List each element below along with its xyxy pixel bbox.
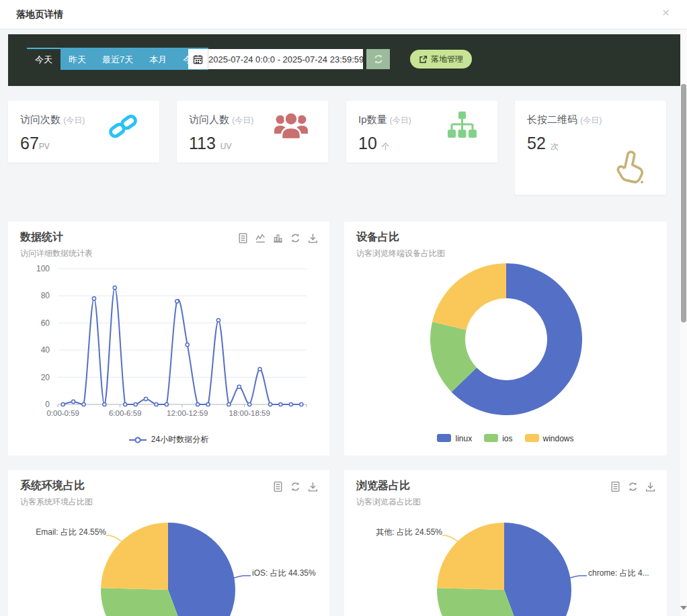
line-legend-marker: [129, 437, 147, 443]
panel-system-env-ratio: 系统环境占比 访客系统环境占比图 Email: 占比 24.55% iOS: 占…: [8, 470, 329, 616]
svg-text:80: 80: [41, 291, 50, 300]
date-range-input[interactable]: [208, 49, 363, 69]
stat-card-ip: Ip数量 (今日) 10 个: [346, 101, 497, 163]
tab-today[interactable]: 今天: [27, 48, 60, 70]
svg-text:40: 40: [41, 345, 50, 355]
link-icon: [106, 110, 140, 145]
date-range-picker: [188, 49, 390, 69]
close-icon[interactable]: ×: [662, 6, 670, 19]
data-view-icon[interactable]: [237, 232, 249, 244]
panel-subtitle: 访客浏览器占比图: [356, 496, 421, 508]
legend-item-linux[interactable]: linux: [437, 434, 472, 443]
svg-text:20: 20: [41, 373, 50, 382]
chart-toolbox: [610, 481, 656, 492]
stat-value: 67: [20, 134, 39, 152]
panel-title: 数据统计: [20, 230, 63, 245]
panel-data-statistics: 数据统计 访问详细数据统计表 020406: [8, 222, 329, 455]
stat-unit: 个: [382, 142, 390, 151]
tab-this-month[interactable]: 本月: [141, 48, 175, 70]
modal-header: 落地页详情 ×: [0, 0, 687, 30]
stat-period: (今日): [580, 116, 602, 125]
pie-label-ios: iOS: 占比 44.35%: [252, 568, 316, 579]
chart-toolbox: [237, 232, 319, 244]
refresh-icon: [373, 54, 384, 64]
download-icon[interactable]: [645, 481, 656, 492]
vertical-scrollbar[interactable]: [680, 30, 687, 616]
legend-marker: [525, 434, 539, 442]
device-legend: linux ios windows: [344, 434, 667, 443]
legend-item-ios[interactable]: ios: [484, 434, 512, 443]
users-icon: [273, 110, 309, 144]
panel-subtitle: 访客浏览终端设备占比图: [356, 248, 445, 259]
filter-toolbar: 今天 昨天 最近7天 本月 今年: [8, 34, 681, 86]
stat-unit: UV: [220, 142, 232, 151]
download-icon[interactable]: [307, 481, 319, 492]
legend-marker: [484, 434, 498, 442]
line-chart-icon[interactable]: [255, 232, 266, 244]
page-title: 落地页详情: [16, 9, 63, 21]
calendar-button[interactable]: [188, 49, 208, 69]
stat-card-pv: 访问次数 (今日) 67PV: [8, 101, 159, 163]
chart-toolbox: [272, 481, 319, 492]
stat-title: 访问次数: [20, 114, 60, 125]
data-view-icon[interactable]: [272, 481, 284, 492]
tab-last7days[interactable]: 最近7天: [94, 48, 141, 70]
svg-text:60: 60: [41, 318, 50, 328]
panel-title: 设备占比: [356, 230, 399, 245]
pie-label-email: Email: 占比 24.55%: [36, 527, 106, 538]
line-legend[interactable]: 24小时数据分析: [8, 434, 329, 445]
stat-period: (今日): [390, 116, 411, 125]
stat-value: 52: [527, 134, 546, 152]
stat-card-qrcode-press: 长按二维码 (今日) 52 次: [515, 101, 666, 195]
stat-title: 长按二维码: [527, 114, 577, 125]
stat-unit: 次: [551, 142, 559, 151]
legend-marker: [437, 434, 451, 442]
sitemap-icon: [445, 110, 479, 144]
browser-pie-svg[interactable]: [344, 509, 667, 616]
landing-manage-button[interactable]: 落地管理: [410, 50, 472, 69]
svg-text:18:00-18:59: 18:00-18:59: [229, 409, 270, 417]
svg-text:0:00-0:59: 0:00-0:59: [46, 409, 79, 417]
stat-unit: PV: [39, 142, 50, 151]
svg-text:6:00-6:59: 6:00-6:59: [109, 409, 142, 417]
legend-item-windows[interactable]: windows: [525, 434, 574, 443]
panel-browser-ratio: 浏览器占比 访客浏览器占比图 其他: 占比 24.55% chrome: 占比 …: [344, 470, 667, 616]
landing-manage-label: 落地管理: [431, 54, 463, 65]
scroll-down-arrow-icon[interactable]: [680, 606, 687, 610]
download-icon[interactable]: [307, 232, 319, 244]
panel-device-ratio: 设备占比 访客浏览终端设备占比图 linux ios windows: [344, 222, 667, 455]
pie-label-other: 其他: 占比 24.55%: [376, 527, 442, 538]
device-donut-svg[interactable]: [344, 261, 667, 430]
svg-text:100: 100: [36, 264, 50, 273]
calendar-icon: [193, 54, 203, 64]
tab-yesterday[interactable]: 昨天: [60, 48, 94, 70]
hand-pointer-icon: [612, 148, 650, 189]
external-link-icon: [419, 55, 428, 64]
data-view-icon[interactable]: [610, 481, 621, 492]
stat-title: 访问人数: [189, 114, 229, 125]
bar-chart-icon[interactable]: [272, 232, 284, 244]
pie-label-chrome: chrome: 占比 4...: [588, 568, 649, 579]
stat-period: (今日): [63, 116, 85, 125]
stat-card-uv: 访问人数 (今日) 113 UV: [177, 101, 328, 163]
scrollbar-thumb[interactable]: [681, 84, 686, 322]
stat-title: Ip数量: [358, 114, 387, 125]
panel-title: 浏览器占比: [356, 479, 410, 493]
panel-title: 系统环境占比: [20, 479, 85, 493]
stat-value: 10: [358, 134, 377, 152]
refresh-button[interactable]: [366, 49, 390, 69]
restore-icon[interactable]: [290, 481, 301, 492]
line-chart-svg[interactable]: 0204060801000:00-0:596:00-6:5912:00-12:5…: [17, 258, 320, 423]
stat-value: 113: [189, 134, 216, 152]
restore-icon[interactable]: [627, 481, 639, 492]
panel-subtitle: 访客系统环境占比图: [20, 496, 93, 508]
svg-text:12:00-12:59: 12:00-12:59: [167, 409, 208, 417]
svg-text:0: 0: [45, 400, 50, 409]
line-legend-label: 24小时数据分析: [151, 434, 208, 445]
date-preset-tabs: 今天 昨天 最近7天 本月 今年: [27, 48, 208, 70]
system-env-pie-svg[interactable]: [8, 509, 329, 616]
stat-period: (今日): [232, 116, 253, 125]
restore-icon[interactable]: [290, 232, 301, 244]
